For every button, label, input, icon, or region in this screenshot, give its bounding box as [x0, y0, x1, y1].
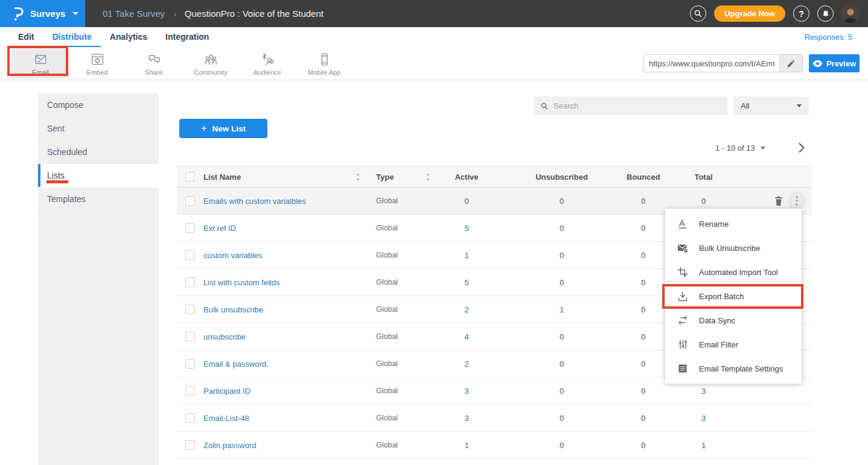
menu-item-export-batch[interactable]: Export Batch [665, 284, 802, 308]
automated-import-icon [677, 267, 688, 277]
row-checkbox[interactable] [185, 223, 195, 233]
active-count[interactable]: 3 [436, 414, 497, 423]
tab-edit[interactable]: Edit [9, 27, 43, 47]
list-name-link[interactable]: Zolin password [203, 441, 256, 450]
sort-icon[interactable] [426, 173, 430, 181]
sidebar-item-sent[interactable]: Sent [38, 117, 159, 141]
breadcrumb-folder[interactable]: 01 Take Survey [103, 8, 165, 19]
total-count[interactable]: 3 [660, 414, 747, 423]
menu-item-email-template-settings[interactable]: Email Template Settings [665, 356, 802, 381]
toolbar-item-email[interactable]: Email [12, 49, 69, 78]
user-avatar[interactable] [841, 5, 860, 23]
next-page-chevron-icon[interactable] [798, 142, 805, 153]
unsubscribed-count: 0 [497, 251, 627, 260]
row-checkbox[interactable] [185, 277, 195, 287]
toolbar-item-audience[interactable]: Audience [239, 49, 296, 78]
search-icon[interactable] [690, 5, 706, 22]
breadcrumb: 01 Take Survey › QuestionPro : Voice of … [103, 8, 324, 19]
menu-item-data-sync[interactable]: Data Sync [665, 308, 802, 332]
list-filter-dropdown[interactable]: All [733, 96, 809, 115]
kebab-menu-icon[interactable] [788, 192, 806, 210]
column-header-type[interactable]: Type [376, 172, 394, 182]
list-name-link[interactable]: Email & password. [203, 359, 269, 369]
tab-analytics[interactable]: Analytics [101, 27, 156, 47]
audience-icon [260, 52, 275, 67]
list-name-link[interactable]: Ext ref ID [203, 224, 236, 233]
row-checkbox[interactable] [185, 196, 195, 206]
bounced-count: 0 [627, 251, 660, 260]
embed-icon [90, 52, 105, 67]
unsubscribed-count: 0 [497, 332, 627, 341]
active-count[interactable]: 2 [436, 359, 497, 369]
notifications-bell-icon[interactable] [817, 5, 834, 22]
menu-item-email-filter[interactable]: Email Filter [665, 332, 802, 356]
active-count[interactable]: 5 [436, 224, 497, 233]
pagination: 1 - 10 of 13 [715, 140, 805, 156]
page-size-caret-icon[interactable] [761, 147, 765, 150]
toolbar-item-community[interactable]: Community [182, 49, 239, 78]
menu-item-bulk-unsubscribe[interactable]: Bulk Unsubscribe [665, 236, 802, 260]
select-all-checkbox[interactable] [185, 172, 195, 182]
active-count[interactable]: 2 [436, 305, 497, 314]
tab-integration[interactable]: Integration [156, 27, 218, 47]
email-filter-icon [677, 339, 688, 350]
list-name-link[interactable]: Email-List-48 [203, 414, 249, 423]
survey-url-input[interactable] [644, 55, 779, 72]
share-icon [147, 52, 162, 67]
sidebar-item-lists[interactable]: Lists [38, 164, 159, 188]
row-checkbox[interactable] [185, 440, 195, 450]
total-count[interactable]: 3 [660, 387, 747, 396]
row-checkbox[interactable] [185, 386, 195, 396]
toolbar-item-label: Email [32, 69, 49, 76]
active-count[interactable]: 1 [436, 441, 497, 450]
list-name-link[interactable]: Participant ID [203, 387, 251, 396]
rename-icon [677, 218, 688, 229]
active-count[interactable]: 3 [436, 387, 497, 396]
toolbar-item-label: Community [194, 69, 228, 76]
preview-button[interactable]: Preview [809, 54, 860, 72]
filter-selected-value: All [741, 101, 749, 110]
sidebar-item-scheduled[interactable]: Scheduled [38, 141, 159, 164]
row-checkbox[interactable] [185, 332, 195, 341]
column-header-list-name[interactable]: List Name [203, 172, 241, 182]
row-checkbox[interactable] [185, 413, 195, 423]
list-name-link[interactable]: List with custom feilds [203, 278, 279, 287]
delete-trash-icon[interactable] [774, 195, 783, 206]
row-checkbox[interactable] [185, 359, 195, 369]
list-name-link[interactable]: Emails with custom varialbles [203, 197, 306, 206]
upgrade-now-button[interactable]: Upgrade Now [714, 5, 785, 22]
questionpro-app: Surveys 01 Take Survey › QuestionPro : V… [0, 0, 868, 465]
unsubscribed-count[interactable]: 1 [497, 305, 627, 314]
tab-distribute[interactable]: Distribute [43, 27, 100, 47]
sidebar-item-compose[interactable]: Compose [38, 93, 159, 117]
active-count[interactable]: 5 [436, 278, 497, 287]
edit-url-pencil-icon[interactable] [779, 55, 802, 72]
sidebar-item-templates[interactable]: Templates [38, 188, 159, 211]
product-switcher[interactable]: Surveys [0, 0, 85, 27]
email-template-settings-icon [677, 363, 688, 374]
toolbar-item-mobile-app[interactable]: Mobile App [296, 49, 353, 78]
search-input[interactable] [554, 101, 721, 110]
active-count[interactable]: 4 [436, 332, 497, 341]
menu-item-automated-import-tool[interactable]: Automated Import Tool [665, 260, 802, 284]
menu-item-label: Email Template Settings [699, 364, 783, 373]
list-name-link[interactable]: custom variables [203, 251, 263, 260]
bounced-count: 0 [627, 278, 660, 287]
responses-count[interactable]: Responses: 5 [805, 27, 853, 47]
list-name-link[interactable]: unsubscribe [203, 332, 246, 341]
toolbar-item-embed[interactable]: Embed [69, 49, 126, 78]
active-count[interactable]: 1 [436, 251, 497, 260]
survey-title: QuestionPro : Voice of the Student [185, 8, 324, 19]
sort-icon[interactable] [356, 173, 360, 181]
toolbar-item-share[interactable]: Share [126, 49, 182, 78]
row-checkbox[interactable] [185, 305, 195, 314]
table-row: Zolin password Global 1 0 0 1 [177, 432, 812, 459]
product-name: Surveys [30, 8, 65, 19]
list-name-link[interactable]: Bulk unsubscribe [203, 305, 263, 314]
new-list-button[interactable]: + New List [179, 119, 267, 138]
menu-item-rename[interactable]: Rename [665, 212, 802, 236]
row-checkbox[interactable] [185, 250, 195, 260]
help-icon[interactable]: ? [793, 5, 809, 22]
data-sync-icon [677, 315, 688, 326]
total-count[interactable]: 1 [660, 441, 747, 450]
